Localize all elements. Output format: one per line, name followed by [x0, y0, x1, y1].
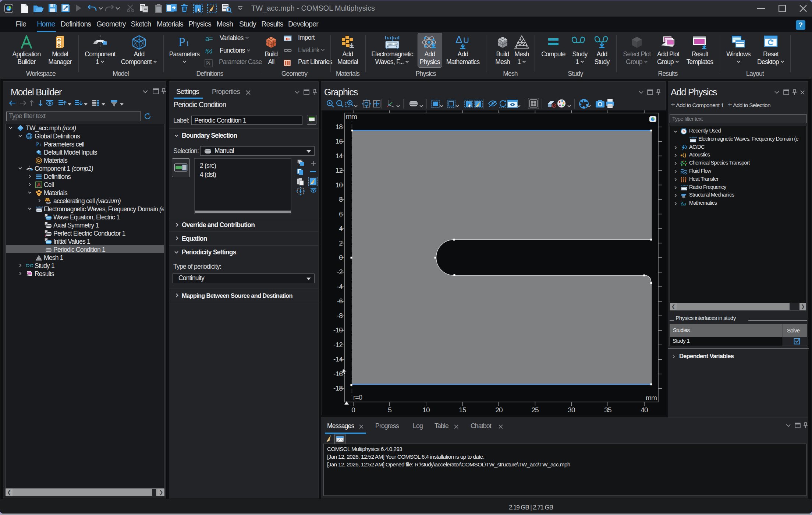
svg-text:20: 20: [495, 406, 503, 414]
svg-text:-4: -4: [337, 283, 343, 290]
svg-text:mm: mm: [346, 113, 357, 120]
svg-text:25: 25: [531, 406, 539, 414]
svg-text:10: 10: [422, 406, 430, 414]
svg-text:D: D: [46, 214, 47, 217]
svg-text:35: 35: [604, 406, 611, 414]
svg-text:14: 14: [336, 152, 343, 160]
svg-text:D: D: [46, 230, 47, 233]
svg-text:Δ: Δ: [455, 35, 462, 45]
svg-text:8: 8: [339, 195, 343, 203]
svg-text:r=0: r=0: [353, 394, 362, 401]
svg-text:-8: -8: [337, 312, 343, 320]
svg-text:2: 2: [339, 239, 343, 247]
svg-text:40: 40: [641, 406, 648, 414]
svg-text:5: 5: [388, 406, 391, 414]
svg-text:Pi: Pi: [206, 61, 210, 66]
svg-text:-16: -16: [333, 370, 343, 378]
svg-text:-14: -14: [333, 355, 343, 363]
svg-text:-12: -12: [333, 341, 343, 349]
svg-text:a=: a=: [205, 35, 213, 42]
svg-text:i: i: [40, 142, 41, 147]
svg-text:0: 0: [339, 254, 343, 261]
svg-text:-6: -6: [337, 297, 343, 305]
svg-text:U: U: [463, 36, 469, 45]
svg-text:15: 15: [459, 406, 466, 414]
svg-text:D: D: [46, 239, 47, 241]
svg-text:mm: mm: [646, 394, 657, 402]
svg-text:-2: -2: [337, 268, 343, 276]
svg-text:6: 6: [339, 210, 343, 218]
svg-text:16: 16: [336, 137, 343, 145]
svg-text:-18: -18: [333, 384, 343, 392]
svg-text:P: P: [178, 35, 185, 48]
svg-text:30: 30: [568, 406, 575, 414]
svg-text:-10: -10: [333, 326, 343, 334]
svg-text:10: 10: [336, 181, 343, 189]
svg-text:12: 12: [336, 166, 343, 174]
svg-text:D: D: [46, 222, 47, 225]
svg-text:4: 4: [339, 225, 343, 232]
svg-text:i: i: [187, 39, 189, 48]
svg-text:0: 0: [351, 406, 355, 414]
svg-text:P: P: [36, 141, 39, 147]
svg-text:18: 18: [336, 123, 343, 131]
svg-text:f(x): f(x): [205, 48, 213, 54]
svg-text:Δu: Δu: [681, 201, 686, 207]
